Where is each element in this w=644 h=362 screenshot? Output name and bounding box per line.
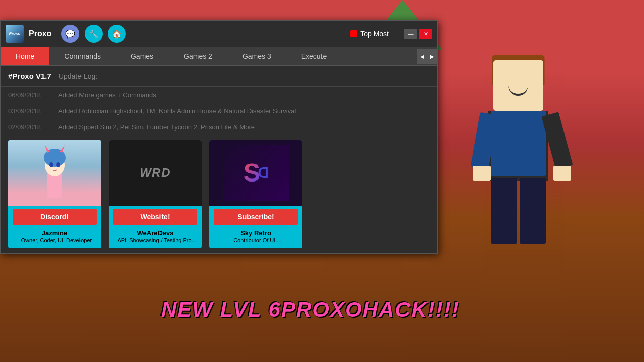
tab-games3[interactable]: Games 3 [227,47,286,65]
nav-arrows: ◀ ▶ [417,49,437,64]
char-smile [508,85,528,96]
update-row-2: 02/09/2018 Added Spped Sim 2, Pet Sim, L… [1,119,437,135]
wrench-button[interactable]: 🔧 [85,25,103,43]
card-skyretro-image: S ᗡ [209,140,302,206]
card-skyretro-name: Sky Retro [238,228,274,237]
tab-home[interactable]: Home [1,47,49,65]
char-hand-left [473,166,491,181]
topmost-indicator [350,30,357,37]
wrench-icon: 🔧 [89,29,99,39]
svg-rect-0 [47,173,62,198]
svg-point-5 [49,162,53,167]
subscribe-card-button[interactable]: Subscribe! [214,209,298,225]
update-log: #Proxo V1.7 Update Log: 06/09/2018 Added… [1,66,437,135]
home-icon: 🏠 [112,29,122,39]
update-date-0: 06/09/2018 [8,91,48,99]
tab-execute[interactable]: Execute [286,47,342,65]
update-text-0: Added More games + Commands [58,91,156,99]
topmost-label: Top Most [360,30,389,38]
char-leg-right [520,178,546,244]
sky-retro-logo: S ᗡ [223,145,289,201]
card-jazmine-role: - Owner, Coder, UI, Developer [15,237,94,248]
card-wearedevs-role: - API, Showcasing / Testing Pro... [112,237,198,248]
sky-d-letter: ᗡ [258,165,268,182]
nav-left-arrow[interactable]: ◀ [417,49,427,64]
svg-point-6 [56,162,60,167]
update-text-1: Added Robloxian Highschool, TM, Kohls Ad… [58,107,296,115]
main-content: #Proxo V1.7 Update Log: 06/09/2018 Added… [1,66,437,253]
titlebar: Proxo Proxo 💬 🔧 🏠 Top Most — ✕ [1,21,437,47]
tab-games[interactable]: Games [116,47,169,65]
svg-marker-3 [45,145,50,153]
window-controls: — ✕ [404,29,432,39]
update-date-1: 03/09/2018 [8,107,48,115]
card-wearedevs-name: WeAreDevs [134,228,176,237]
overlay-text: NEW LVL 6PROXOHACK!!!! [161,298,460,322]
tab-commands[interactable]: Commands [49,47,116,65]
card-jazmine: Discord! Jazmine - Owner, Coder, UI, Dev… [8,140,101,248]
char-leg-left [491,178,517,244]
card-skyretro: S ᗡ Subscribe! Sky Retro - Contributor O… [209,140,302,248]
navbar: Home Commands Games Games 2 Games 3 Exec… [1,47,437,66]
char-legs [491,178,546,244]
nav-right-arrow[interactable]: ▶ [427,49,437,64]
update-log-label: Update Log: [59,72,97,80]
card-skyretro-role: - Contributor Of UI ... [227,237,284,248]
minimize-button[interactable]: — [404,29,417,39]
main-window: Proxo Proxo 💬 🔧 🏠 Top Most — ✕ Home Comm… [0,20,438,254]
update-row-1: 03/09/2018 Added Robloxian Highschool, T… [1,103,437,119]
close-button[interactable]: ✕ [419,29,432,39]
card-jazmine-image [8,140,101,206]
wrd-logo: WRD [130,148,181,198]
cards-section: Discord! Jazmine - Owner, Coder, UI, Dev… [1,135,437,253]
website-card-button[interactable]: Website! [113,209,197,225]
app-logo: Proxo [6,25,24,43]
update-row-0: 06/09/2018 Added More games + Commands [1,87,437,103]
version-badge: #Proxo V1.7 [8,72,51,80]
tab-games2[interactable]: Games 2 [169,47,227,65]
card-wearedevs: WRD Website! WeAreDevs - API, Showcasing… [109,140,202,248]
char-hand-right [553,166,571,181]
anime-avatar-svg [35,143,75,203]
app-title: Proxo [29,29,51,38]
topmost-section: Top Most [350,30,389,38]
card-wearedevs-image: WRD [109,140,202,206]
update-date-2: 02/09/2018 [8,123,48,131]
card-jazmine-name: Jazmine [39,228,70,237]
update-log-header: #Proxo V1.7 Update Log: [1,66,437,87]
roblox-character [423,30,614,342]
discord-button[interactable]: 💬 [61,25,79,43]
home-button[interactable]: 🏠 [108,25,126,43]
char-head [493,60,543,111]
discord-card-button[interactable]: Discord! [13,209,97,225]
update-text-2: Added Spped Sim 2, Pet Sim, Lumber Tycoo… [58,123,255,131]
char-body [491,111,546,176]
svg-marker-4 [60,145,65,153]
discord-icon: 💬 [65,29,75,39]
